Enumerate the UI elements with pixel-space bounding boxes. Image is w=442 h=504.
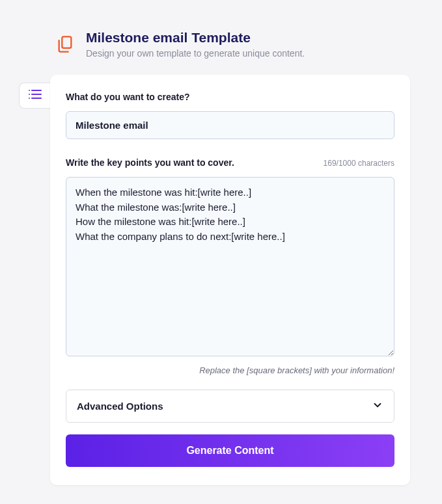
char-counter: 169/1000 characters xyxy=(324,159,394,168)
page-title: Milestone email Template xyxy=(86,30,305,46)
list-tab-button[interactable] xyxy=(19,83,50,109)
keypoints-label: Write the key points you want to cover. xyxy=(66,157,234,168)
list-icon xyxy=(28,88,42,103)
keypoints-textarea[interactable] xyxy=(66,177,394,356)
chevron-down-icon xyxy=(372,399,383,413)
advanced-options-toggle[interactable]: Advanced Options xyxy=(66,390,394,423)
create-input[interactable] xyxy=(66,111,394,139)
copy-icon xyxy=(56,35,74,53)
create-label: What do you want to create? xyxy=(66,92,394,102)
advanced-options-label: Advanced Options xyxy=(77,401,163,412)
generate-button[interactable]: Generate Content xyxy=(66,434,394,467)
svg-point-3 xyxy=(29,94,30,95)
svg-point-1 xyxy=(29,90,30,91)
page-subtitle: Design your own template to generate uni… xyxy=(86,48,305,59)
svg-point-5 xyxy=(29,98,30,99)
svg-rect-0 xyxy=(62,36,71,48)
form-card: What do you want to create? Write the ke… xyxy=(50,75,410,485)
hint-text: Replace the [square brackets] with your … xyxy=(66,365,394,375)
